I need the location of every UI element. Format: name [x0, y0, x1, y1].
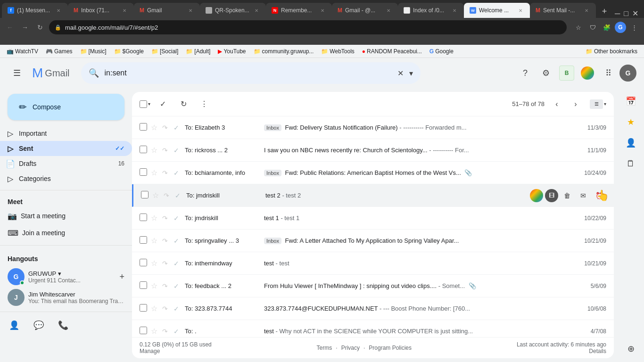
bookmark-music[interactable]: 📁 [Music] — [77, 47, 109, 56]
start-meeting-button[interactable]: 📷 Start a meeting — [0, 207, 132, 224]
email-checkbox[interactable] — [140, 168, 147, 176]
add-hangout-button[interactable]: + — [119, 272, 124, 282]
boomerang-action[interactable] — [530, 189, 543, 202]
maximize-button[interactable]: □ — [624, 9, 628, 18]
tab-rememberthemilk[interactable]: N Remembe... ✕ — [266, 3, 332, 18]
bookmark-youtube[interactable]: ▶ YouTube — [215, 47, 248, 56]
tab-gmail-at[interactable]: M Gmail - @... ✕ — [332, 3, 398, 18]
compose-button[interactable]: ✏ Compose — [8, 94, 124, 120]
sidebar-item-categories[interactable]: ▷ Categories — [0, 171, 132, 186]
list-view-button[interactable]: ☰ — [590, 99, 603, 109]
tab-facebook-messenger[interactable]: f (1) Messen... ✕ — [2, 3, 68, 18]
profile-avatar[interactable]: G — [615, 22, 626, 33]
view-dropdown[interactable]: ▾ — [604, 101, 606, 107]
menu-button[interactable]: ⋮ — [628, 21, 640, 33]
email-checkbox[interactable] — [140, 327, 147, 334]
tab-close[interactable]: ✕ — [583, 7, 590, 14]
bookmark-other[interactable]: 📁 Other bookmarks — [583, 47, 640, 56]
email-checkbox[interactable] — [140, 146, 147, 153]
bookmark-community[interactable]: 📁 community.gruwup... — [251, 47, 317, 56]
tab-close[interactable]: ✕ — [451, 7, 458, 14]
tab-close[interactable]: ✕ — [517, 7, 524, 14]
email-checkbox[interactable] — [140, 281, 147, 289]
bookmark-random[interactable]: ● RANDOM Peacebui... — [359, 47, 425, 56]
sidebar-item-sent[interactable]: ▷ Sent ✓✓ — [0, 141, 132, 156]
ext-puzzle[interactable]: 🧩 — [601, 21, 613, 33]
snooze-action[interactable]: 🎞 — [545, 189, 558, 202]
manage-link[interactable]: Manage — [140, 348, 160, 354]
email-row[interactable]: ☆ ↷ ✓ To: rickross ... 2 I saw you on NB… — [132, 139, 614, 162]
tab-gmail[interactable]: M Gmail ✕ — [134, 3, 200, 18]
mark-all-read-button[interactable]: ✓ — [154, 96, 171, 113]
tab-close[interactable]: ✕ — [121, 7, 128, 14]
hangout-contact-gruwup[interactable]: G GRUWUP ▾ Urgent 911 Contac... + — [6, 266, 126, 287]
tab-close[interactable]: ✕ — [385, 7, 392, 14]
bookmark-games[interactable]: 🎮 Games — [43, 47, 75, 56]
star-button[interactable]: ☆ — [151, 146, 162, 155]
email-checkbox[interactable] — [140, 304, 147, 312]
star-button[interactable]: ☆ — [151, 327, 162, 336]
email-checkbox[interactable] — [140, 236, 147, 244]
email-row[interactable]: ☆ ↷ ✓ To: jmdriskill test 2 - test 2 🎞 — [132, 184, 614, 207]
search-options-button[interactable]: ▾ — [409, 69, 413, 78]
prev-page-button[interactable]: ‹ — [548, 96, 565, 113]
tab-qr-spoken[interactable]: QR-Spoken... ✕ — [200, 3, 266, 18]
bookmark-watchtv[interactable]: 📺 WatchTV — [4, 47, 41, 56]
delete-action[interactable]: 🗑 — [560, 189, 574, 203]
star-button[interactable]: ☆ — [151, 304, 162, 313]
policies-link[interactable]: Program Policies — [369, 345, 412, 351]
email-checkbox[interactable] — [141, 191, 149, 198]
email-row[interactable]: ☆ ↷ ✓ To: . test - Why not ACT in the SC… — [132, 320, 614, 337]
search-clear-button[interactable]: ✕ — [397, 69, 404, 78]
search-input[interactable] — [105, 69, 392, 77]
chat-icon[interactable]: 💬 — [30, 317, 47, 334]
email-row[interactable]: ☆ ↷ ✓ To: springvalley ... 3 Inbox Fwd: … — [132, 230, 614, 252]
star-button[interactable]: ☆ — [151, 281, 162, 290]
join-meeting-button[interactable]: ⌨ Join a meeting — [0, 224, 132, 241]
star-button[interactable]: ☆ — [151, 168, 162, 177]
select-all-checkbox[interactable] — [140, 100, 147, 108]
sidebar-item-drafts[interactable]: 📄 Drafts 16 — [0, 156, 132, 171]
ext-star[interactable]: ☆ — [572, 21, 585, 33]
email-row[interactable]: ☆ ↷ ✓ To: bchiaramonte, info Inbox Fwd: … — [132, 162, 614, 184]
tab-gmail-inbox[interactable]: M Inbox (71... ✕ — [68, 3, 134, 18]
tab-close[interactable]: ✕ — [187, 7, 194, 14]
minimize-button[interactable]: ─ — [615, 9, 620, 18]
search-bar[interactable]: 🔍 ✕ ▾ — [81, 62, 421, 84]
star-button[interactable]: ☆ — [152, 191, 164, 200]
close-window-button[interactable]: ✕ — [632, 9, 638, 18]
address-bar[interactable]: 🔒 mail.google.com/mail/u/7/#sent/p2 — [49, 20, 567, 34]
bookmark-adult[interactable]: 📁 [Adult] — [183, 47, 213, 56]
hamburger-menu[interactable]: ☰ — [8, 64, 26, 82]
next-page-button[interactable]: › — [567, 96, 584, 113]
email-checkbox[interactable] — [140, 214, 147, 221]
bookmark-social[interactable]: 📁 [Social] — [149, 47, 181, 56]
people-icon[interactable]: 👤 — [6, 317, 23, 334]
email-checkbox[interactable] — [140, 259, 147, 266]
privacy-link[interactable]: Privacy — [341, 345, 360, 351]
help-button[interactable]: ? — [516, 64, 535, 82]
star-button[interactable]: ☆ — [151, 214, 162, 222]
more-options-button[interactable]: ⋮ — [196, 96, 213, 113]
star-button[interactable]: ☆ — [151, 123, 162, 132]
email-row[interactable]: ☆ ↷ ✓ To: 323.873.7744 323.873.7744@FUCK… — [132, 297, 614, 320]
mark-unread-action[interactable]: ✉ — [576, 189, 590, 203]
apps-button[interactable]: ⠿ — [599, 64, 618, 82]
phone-icon[interactable]: 📞 — [55, 317, 72, 334]
email-checkbox[interactable] — [140, 123, 147, 131]
boomerang-button[interactable]: B — [557, 64, 576, 82]
email-row[interactable]: ☆ ↷ ✓ To: inthemindway test - test 10/21… — [132, 252, 614, 275]
refresh-button[interactable]: ↻ — [34, 21, 46, 33]
snooze-time-action[interactable]: ⏰ — [592, 189, 606, 203]
rainbow-icon[interactable] — [578, 64, 597, 82]
bookmark-webtools[interactable]: 📁 WebTools — [318, 47, 357, 56]
settings-button[interactable]: ⚙ — [537, 64, 555, 82]
email-row[interactable]: ☆ ↷ ✓ To: feedback ... 2 From Hulu Viewe… — [132, 275, 614, 297]
tab-index[interactable]: Index of /0... ✕ — [398, 3, 464, 18]
tab-close[interactable]: ✕ — [319, 7, 326, 14]
star-button[interactable]: ☆ — [151, 236, 162, 245]
back-button[interactable]: ← — [4, 21, 16, 33]
keep-button[interactable]: 🗒 — [621, 154, 640, 173]
tab-welcome[interactable]: W Welcome ... ✕ — [464, 3, 530, 18]
select-dropdown-arrow[interactable]: ▾ — [148, 101, 150, 107]
